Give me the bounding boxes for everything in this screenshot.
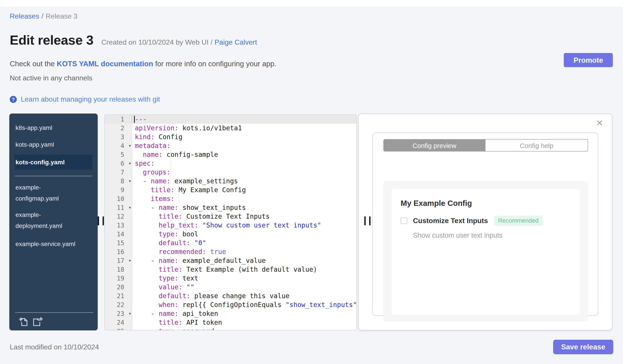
gutter-line-25: 25 [105,327,132,330]
git-help-link[interactable]: Learn about managing your releases with … [21,95,160,103]
gutter-line-24: 24 [105,318,132,327]
config-preview-card: Config preview Config help My Example Co… [372,133,598,316]
config-group-title: My Example Config [400,199,472,208]
gutter-line-20: 20 [105,283,132,292]
breadcrumb-current: Release 3 [45,12,77,20]
gutter-line-5: 5 [105,150,132,159]
gutter-line-17: 17▾ [105,256,132,265]
code-line-15: 15 default: "0" [105,239,356,247]
new-file-icon[interactable] [32,316,43,326]
gutter-line-3: 3 [105,133,132,141]
title-row: Edit release 3 Created on 10/10/2024 by … [10,33,257,48]
customize-text-inputs-checkbox[interactable] [400,217,407,224]
file-sidebar: k8s-app.yamlkots-app.yamlkots-config.yam… [9,114,98,330]
code-line-16: 16 recommended: true [105,247,356,256]
yaml-code-editor[interactable]: 1---2apiVersion: kots.io/v1beta13kind: C… [104,114,357,330]
config-preview-panel: ✕ Config preview Config help My Example … [358,114,612,330]
code-line-10: 10 items: [105,194,356,203]
tab-config-help[interactable]: Config help [486,139,588,152]
config-group-box: My Example Config Customize Text Inputs … [392,189,580,315]
gutter-line-7: 7 [105,168,132,177]
save-release-button[interactable]: Save release [553,340,613,354]
code-line-7: 7 groups: [105,168,356,177]
text-cursor [134,116,135,123]
sidebar-footer-divider [15,312,93,313]
config-render-area: My Example Config Customize Text Inputs … [383,181,588,322]
gutter-line-13: 13 [105,221,132,230]
sidebar-file-example-configmap.yaml[interactable]: example- configmap.yaml [15,182,92,204]
preview-tabbar: Config preview Config help [383,139,588,152]
config-item-row: Customize Text Inputs Recommended [400,216,543,226]
fold-arrow-icon[interactable]: ▾ [129,256,131,265]
gutter-line-1: 1 [105,115,132,124]
page-title: Edit release 3 [10,33,93,48]
code-lines: 1---2apiVersion: kots.io/v1beta13kind: C… [105,115,356,330]
fold-arrow-icon[interactable]: ▾ [129,141,131,150]
sidebar-footer-icons [19,316,43,326]
sidebar-file-list: k8s-app.yamlkots-app.yamlkots-config.yam… [9,114,98,250]
handle-bar [364,217,366,225]
handle-bar [98,217,99,225]
sidebar-file-example-deployment.yaml[interactable]: example- deployment.yaml [15,209,92,232]
top-strip [0,0,623,7]
git-help-line: ? Learn about managing your releases wit… [10,95,160,103]
fold-arrow-icon[interactable]: ▾ [129,177,131,185]
fold-arrow-icon[interactable]: ▾ [129,159,131,168]
author-link[interactable]: Paige Calvert [214,39,257,46]
code-line-20: 20 value: "" [105,283,356,292]
code-line-23: 23▾ - name: api_token [105,309,356,318]
gutter-line-19: 19 [105,274,132,283]
fold-arrow-icon[interactable]: ▾ [129,309,131,318]
created-text: Created on 10/10/2024 by Web UI / Paige … [101,39,257,46]
code-line-17: 17▾ - name: example_default_value [105,256,356,265]
gutter-line-12: 12 [105,212,132,221]
upload-file-icon[interactable] [19,316,29,326]
code-line-14: 14 type: bool [105,230,356,239]
gutter-line-11: 11▾ [105,203,132,212]
code-line-5: 5 name: config-sample [105,150,356,159]
code-line-25: 25 type: password [105,327,356,330]
handle-bar [369,217,371,225]
gutter-line-2: 2 [105,124,132,133]
sidebar-file-example-service.yaml[interactable]: example-service.yaml [15,237,92,250]
sidebar-file-kots-app.yaml[interactable]: kots-app.yaml [15,138,92,151]
code-line-1: 1--- [105,115,356,124]
sidebar-divider [15,176,92,176]
sidebar-resize-handle[interactable] [98,217,104,225]
code-line-13: 13 help_text: "Show custom user text inp… [105,221,356,230]
last-modified-text: Last modified on 10/10/2024 [10,343,99,351]
code-line-9: 9 title: My Example Config [105,185,356,194]
gutter-line-16: 16 [105,247,132,256]
code-line-18: 18 title: Text Example (with default val… [105,265,356,274]
code-line-21: 21 default: please change this value [105,292,356,300]
kots-docs-link[interactable]: KOTS YAML documentation [57,60,153,68]
code-line-19: 19 type: text [105,274,356,283]
code-line-4: 4▾metadata: [105,141,356,150]
promote-button[interactable]: Promote [564,53,613,67]
fold-arrow-icon[interactable]: ▾ [129,203,131,212]
gutter-line-23: 23▾ [105,309,132,318]
sidebar-file-kots-config.yaml[interactable]: kots-config.yaml [15,155,92,170]
code-line-2: 2apiVersion: kots.io/v1beta1 [105,124,356,133]
gutter-line-4: 4▾ [105,141,132,150]
tab-config-preview[interactable]: Config preview [383,139,486,152]
breadcrumb-releases-link[interactable]: Releases [10,12,39,20]
sidebar-file-k8s-app.yaml[interactable]: k8s-app.yaml [15,121,92,134]
code-line-11: 11▾ - name: show_text_inputs [105,203,356,212]
config-item-help-text: Show custom user text inputs [413,231,503,240]
code-line-3: 3kind: Config [105,133,356,141]
gutter-line-15: 15 [105,239,132,247]
close-icon[interactable]: ✕ [596,119,603,127]
handle-bar [103,217,104,225]
code-line-12: 12 title: Customize Text Inputs [105,212,356,221]
docs-line: Check out the KOTS YAML documentation fo… [10,60,276,68]
gutter-line-14: 14 [105,230,132,239]
breadcrumb-separator: / [41,12,43,20]
editor-resize-handle[interactable] [364,217,371,225]
indent-guide [179,185,179,330]
code-line-24: 24 title: API token [105,318,356,327]
gutter-line-22: 22 [105,300,132,309]
channel-status: Not active in any channels [10,74,92,82]
edit-release-page: Releases/Release 3 Edit release 3 Create… [0,0,623,364]
code-line-6: 6▾spec: [105,159,356,168]
